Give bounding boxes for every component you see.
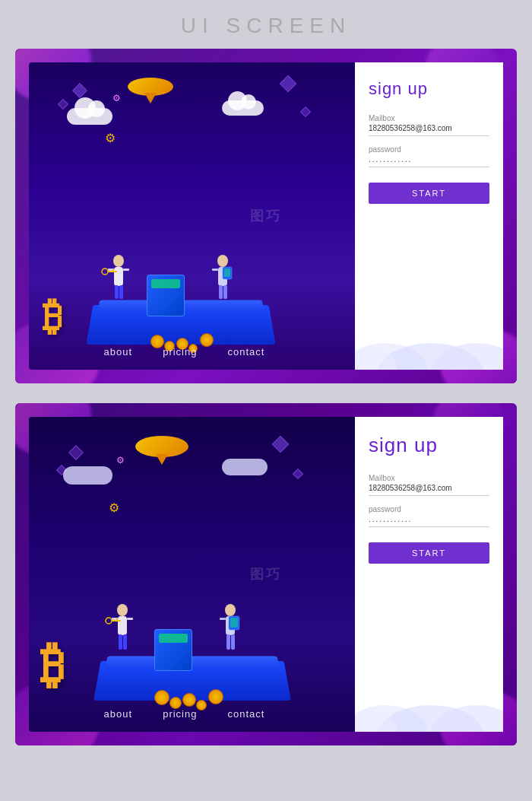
svg-rect-21 [118,616,127,635]
illustration-svg-2 [101,593,261,700]
screen-1: ⚙ ⚙ ₿ [15,49,517,383]
nav-pricing-2[interactable]: pricing [163,708,197,720]
signup-title-1: sign up [369,79,489,99]
signup-title-2: sign up [369,434,489,457]
cloud-shape-4 [222,459,268,475]
blimp-fin-2 [156,454,168,465]
inner-panel-1: ⚙ ⚙ ₿ [29,62,503,370]
svg-rect-3 [123,269,129,271]
password-label-2: password [369,505,489,513]
start-button-2[interactable]: START [369,542,489,564]
wave-cloud-2 [355,690,503,732]
cloud-3 [63,466,112,485]
svg-point-4 [102,269,108,275]
wave-svg-2 [355,690,503,732]
cloud-1 [67,108,112,125]
nav-links-1: about pricing contact [29,346,340,358]
blimp-1 [128,78,173,96]
gear-icon-2: ⚙ [112,93,121,103]
svg-point-29 [225,604,236,616]
svg-rect-23 [127,618,133,620]
nav-contact-2[interactable]: contact [227,708,264,720]
svg-rect-14 [219,285,223,299]
svg-point-24 [106,618,112,624]
illustration-area-2: ⚙ ⚙ ₿ [29,417,355,732]
svg-rect-28 [123,634,127,650]
cloud-shape-1 [67,108,112,125]
svg-rect-13 [224,269,230,277]
mailbox-label-2: Mailbox [369,474,489,482]
svg-rect-1 [114,267,123,286]
svg-rect-35 [231,634,235,650]
cube-4 [300,106,311,117]
nav-contact-1[interactable]: contact [227,346,264,358]
wave-cloud-1 [355,328,503,370]
signup-panel-2: sign up Mailbox 18280536258@163.com pass… [355,417,503,732]
illustration-area-1: ⚙ ⚙ ₿ [29,62,355,370]
mailbox-label-1: Mailbox [369,114,489,122]
password-label-1: password [369,145,489,154]
svg-rect-8 [119,285,123,299]
gear-icon-1: ⚙ [105,131,116,145]
inner-panel-2: ⚙ ⚙ ₿ [29,417,503,732]
signup-panel-1: sign up Mailbox 18280536258@163.com pass… [355,62,503,370]
page-title: UI SCREEN [181,0,351,49]
svg-point-9 [217,255,228,267]
svg-rect-27 [119,634,122,650]
cube-5 [68,445,84,460]
mailbox-value-1[interactable]: 18280536258@163.com [369,124,489,136]
wave-svg-1 [355,328,503,370]
cube-7 [272,436,290,453]
cube-8 [293,469,303,479]
bitcoin-icon-1: ₿ [43,294,62,339]
nav-about-2[interactable]: about [104,708,133,720]
svg-rect-15 [223,285,227,299]
cube-1 [72,83,87,98]
svg-rect-31 [220,618,226,620]
svg-point-0 [113,255,124,267]
screen-2: ⚙ ⚙ ₿ [15,403,517,745]
gear-icon-4: ⚙ [116,455,125,466]
cube-3 [280,75,297,93]
svg-point-20 [117,604,128,616]
svg-rect-6 [112,269,114,272]
illustration-svg-1 [97,244,249,343]
nav-about-1[interactable]: about [104,346,133,358]
svg-rect-11 [212,269,218,271]
svg-rect-34 [226,634,230,650]
password-value-1[interactable]: ............ [369,155,489,167]
cloud-4 [222,459,268,475]
svg-rect-7 [115,285,119,299]
blimp-fin-1 [144,93,157,103]
cloud-2 [222,100,264,116]
svg-rect-33 [230,618,238,628]
nav-links-2: about pricing contact [29,708,340,720]
start-button-1[interactable]: START [369,183,489,204]
bitcoin-icon-2: ₿ [40,637,65,694]
nav-pricing-1[interactable]: pricing [163,346,197,358]
cloud-shape-2 [222,100,264,116]
svg-rect-26 [116,618,118,621]
mailbox-value-2[interactable]: 18280536258@163.com [369,484,489,496]
blimp-2 [135,436,188,457]
password-value-2[interactable]: ............ [369,515,489,527]
gear-icon-3: ⚙ [109,501,119,515]
cloud-shape-3 [63,466,112,485]
